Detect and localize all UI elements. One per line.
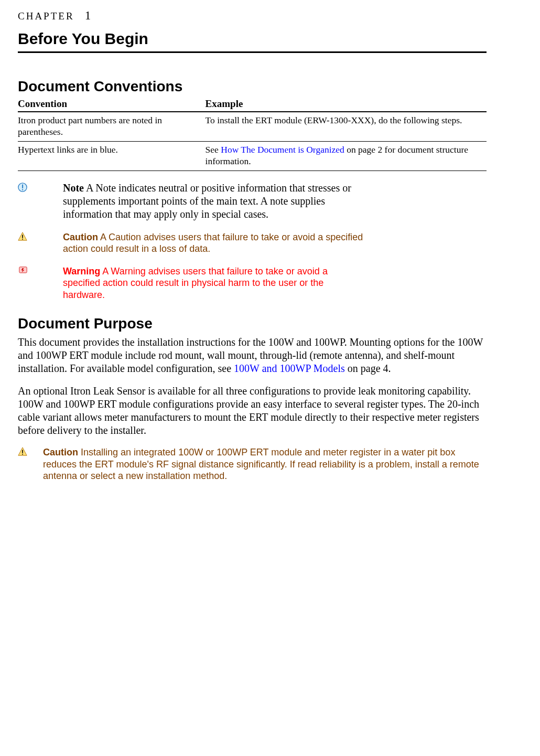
caution-icon	[18, 231, 63, 244]
doc-conventions-heading: Document Conventions	[18, 77, 487, 95]
purpose-p1: This document provides the installation …	[18, 336, 487, 375]
p1-after: on page 4.	[345, 363, 391, 374]
svg-rect-4	[22, 235, 23, 238]
purpose-p2: An optional Itron Leak Sensor is availab…	[18, 385, 487, 437]
warning-body: Warning A Warning advises users that fai…	[63, 265, 487, 301]
example-text: To install the ERT module (ERW-1300-XXX)…	[206, 115, 462, 125]
warning-text: A Warning advises users that failure to …	[63, 266, 328, 300]
svg-rect-5	[22, 239, 23, 240]
caution-label: Caution	[43, 447, 78, 457]
caution-block: Caution Installing an integrated 100W or…	[18, 446, 487, 482]
example-link[interactable]: How The Document is Organized	[221, 144, 344, 155]
example-cell: See How The Document is Organized on pag…	[206, 141, 487, 171]
note-block: Note A Note indicates neutral or positiv…	[18, 182, 487, 221]
caution-label: Caution	[63, 232, 98, 242]
caution-text: Installing an integrated 100W or 100WP E…	[43, 447, 479, 481]
note-label: Note	[63, 182, 84, 194]
svg-rect-9	[22, 450, 23, 453]
caution-body: Caution Installing an integrated 100W or…	[43, 446, 487, 482]
example-cell: To install the ERT module (ERW-1300-XXX)…	[206, 112, 487, 141]
doc-purpose-heading: Document Purpose	[18, 314, 487, 333]
chapter-label: CHAPTER 1	[18, 8, 487, 24]
note-icon	[18, 182, 63, 195]
chapter-number: 1	[85, 9, 91, 22]
note-text: A Note indicates neutral or positive inf…	[63, 182, 351, 220]
table-row: Itron product part numbers are noted in …	[18, 112, 487, 141]
caution-body: Caution A Caution advises users that fai…	[63, 231, 487, 255]
page-title: Before You Begin	[18, 29, 487, 49]
p1-link[interactable]: 100W and 100WP Models	[234, 363, 345, 374]
caution-icon	[18, 446, 43, 460]
note-body: Note A Note indicates neutral or positiv…	[63, 182, 487, 221]
caution-block: Caution A Caution advises users that fai…	[18, 231, 487, 255]
col-convention-header: Convention	[18, 97, 206, 112]
col-example-header: Example	[206, 97, 487, 112]
warning-block: Warning A Warning advises users that fai…	[18, 265, 487, 301]
chapter-label-text: CHAPTER	[18, 10, 74, 22]
example-text-before: See	[206, 144, 221, 155]
conv-cell: Hypertext links are in blue.	[18, 141, 206, 171]
caution-text: A Caution advises users that failure to …	[63, 232, 363, 254]
svg-rect-1	[22, 184, 23, 188]
svg-rect-10	[22, 454, 23, 455]
title-rule	[18, 51, 487, 53]
svg-rect-2	[22, 189, 23, 190]
conventions-table: Convention Example Itron product part nu…	[18, 97, 487, 171]
warning-icon	[18, 265, 63, 278]
warning-label: Warning	[63, 266, 100, 276]
table-row: Hypertext links are in blue. See How The…	[18, 141, 487, 171]
conv-cell: Itron product part numbers are noted in …	[18, 112, 206, 141]
